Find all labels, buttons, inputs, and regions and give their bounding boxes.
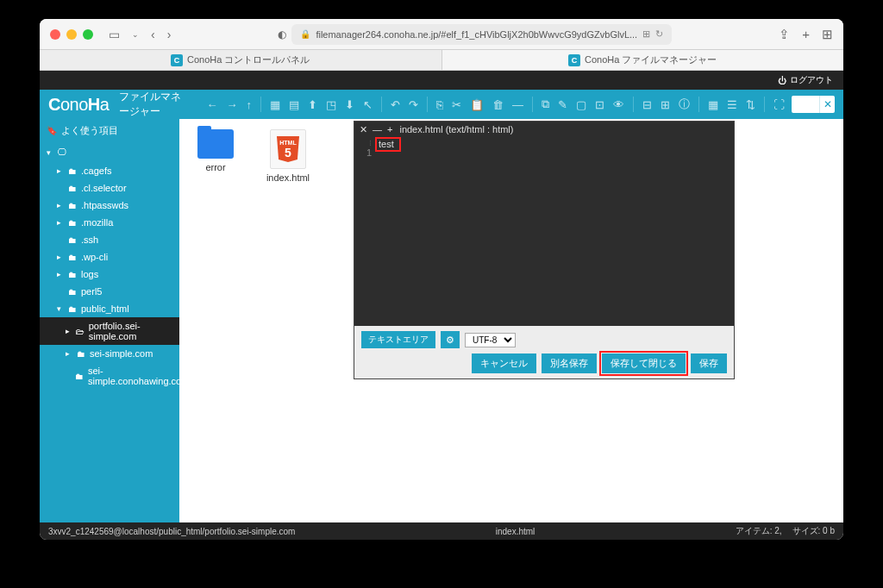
tb-delete-icon[interactable]: 🗑 bbox=[492, 98, 504, 111]
tb-view-icons-icon[interactable]: ▦ bbox=[708, 98, 718, 111]
editor-title: index.html (text/html : html) bbox=[399, 124, 513, 134]
tb-up-icon[interactable]: ↑ bbox=[247, 98, 253, 111]
topstrip: ⏻ ログアウト bbox=[40, 71, 843, 90]
sidebar-item-mozilla[interactable]: ▸🖿.mozilla bbox=[40, 214, 179, 231]
tab-control-panel[interactable]: C ConoHa コントロールパネル bbox=[40, 50, 442, 70]
tabs-overview-icon[interactable]: ⊞ bbox=[822, 27, 833, 42]
editor-close-icon[interactable]: ✕ bbox=[360, 124, 367, 135]
folder-icon: 🖿 bbox=[68, 304, 77, 314]
tb-view-list-icon[interactable]: ☰ bbox=[727, 98, 737, 111]
editor-titlebar[interactable]: ✕ — + index.html (text/html : html) bbox=[354, 122, 734, 137]
sidebar-item-htpasswds[interactable]: ▸🖿.htpasswds bbox=[40, 197, 179, 214]
sidebar-item-clselector[interactable]: 🖿.cl.selector bbox=[40, 179, 179, 197]
bookmark-icon: 🔖 bbox=[47, 126, 57, 135]
tb-fullscreen-icon[interactable]: ⛶ bbox=[773, 98, 785, 111]
gear-icon[interactable]: ⚙ bbox=[441, 331, 460, 348]
power-icon: ⏻ bbox=[778, 76, 786, 85]
sidebar-item-wpcli[interactable]: ▸🖿.wp-cli bbox=[40, 248, 179, 266]
tb-resize-icon[interactable]: ⊡ bbox=[595, 98, 604, 111]
folder-open-icon: 🗁 bbox=[76, 327, 85, 336]
sidebar-toggle-icon[interactable]: ▭ bbox=[109, 28, 120, 41]
cancel-button[interactable]: キャンセル bbox=[472, 353, 536, 373]
tb-undo-icon[interactable]: ↶ bbox=[391, 98, 400, 111]
tb-extract-icon[interactable]: ⊟ bbox=[642, 98, 652, 111]
drive-icon: 🖵 bbox=[58, 147, 66, 157]
tb-trash-icon[interactable]: — bbox=[512, 98, 523, 111]
tb-redo-icon[interactable]: ↷ bbox=[409, 98, 418, 111]
sidebar-item-perl5[interactable]: 🖿perl5 bbox=[40, 283, 179, 300]
tb-rename-icon[interactable]: ✎ bbox=[558, 98, 567, 111]
logout-link[interactable]: ログアウト bbox=[790, 74, 833, 86]
sidebar: 🔖 よく使う項目 ▾ 🖵 ▸🖿.cagefs 🖿.cl.selector ▸🖿.… bbox=[40, 119, 179, 522]
tb-open-icon[interactable]: ◳ bbox=[326, 98, 336, 111]
tb-archive-icon[interactable]: ⊞ bbox=[661, 98, 670, 111]
sidebar-item-logs[interactable]: ▸🖿logs bbox=[40, 266, 179, 283]
tb-new-file-icon[interactable]: ▤ bbox=[289, 98, 299, 111]
shield-icon[interactable]: ◐ bbox=[278, 28, 286, 41]
tb-select-icon[interactable]: ↖ bbox=[363, 98, 373, 111]
close-window-button[interactable] bbox=[50, 29, 60, 40]
file-item-html[interactable]: HTML5 index.html bbox=[262, 129, 314, 183]
search-input[interactable] bbox=[792, 96, 819, 113]
urlbar[interactable]: 🔒 filemanager264.conoha.ne.jp/#elf_f1_cH… bbox=[291, 24, 672, 45]
new-tab-icon[interactable]: + bbox=[802, 27, 810, 41]
save-button[interactable]: 保存 bbox=[691, 353, 727, 373]
separator bbox=[381, 97, 382, 112]
tb-edit-icon[interactable]: ▢ bbox=[576, 98, 586, 111]
sidebar-item-portfolio[interactable]: ▸🗁portfolio.sei-simple.com bbox=[40, 317, 179, 345]
sidebar-item-conohawing[interactable]: 🖿sei-simple.conohawing.com bbox=[40, 362, 179, 390]
tb-copy-icon[interactable]: ⎘ bbox=[436, 98, 443, 111]
encoding-select[interactable]: UTF-8 bbox=[465, 333, 516, 347]
folder-icon: 🖿 bbox=[68, 184, 77, 193]
editor-textarea[interactable]: test bbox=[375, 137, 734, 326]
sidebar-item-ssh[interactable]: 🖿.ssh bbox=[40, 231, 179, 248]
chevron-down-icon[interactable]: ⌄ bbox=[132, 30, 139, 39]
tb-upload-icon[interactable]: ⬆ bbox=[308, 98, 317, 111]
editor-window: ✕ — + index.html (text/html : html) ⁞ 1 … bbox=[354, 121, 735, 379]
tb-back-icon[interactable]: ← bbox=[207, 98, 218, 111]
url-center: ◐ 🔒 filemanager264.conoha.ne.jp/#elf_f1_… bbox=[178, 24, 772, 45]
sidebar-root[interactable]: ▾ 🖵 bbox=[40, 142, 179, 162]
nav-forward-icon[interactable]: › bbox=[167, 28, 172, 41]
caret-right-icon: ▸ bbox=[57, 201, 64, 210]
folder-icon: 🖿 bbox=[77, 349, 85, 359]
sidebar-item-publichtml[interactable]: ▾🖿public_html bbox=[40, 300, 179, 317]
tb-forward-icon[interactable]: → bbox=[227, 98, 238, 111]
minimize-window-button[interactable] bbox=[66, 29, 77, 40]
tb-duplicate-icon[interactable]: ⧉ bbox=[542, 97, 549, 111]
file-item-folder[interactable]: error bbox=[190, 129, 241, 172]
logo-subtitle: ファイルマネージャー bbox=[119, 90, 184, 119]
tb-new-folder-icon[interactable]: ▦ bbox=[270, 98, 280, 111]
searchbox: ✕ bbox=[792, 96, 835, 113]
html5-icon: HTML5 bbox=[270, 129, 306, 169]
folder-icon: 🖿 bbox=[68, 253, 77, 262]
textarea-label[interactable]: テキストエリア bbox=[361, 331, 435, 348]
tb-sort-icon[interactable]: ⇅ bbox=[746, 98, 755, 111]
editor-minimize-icon[interactable]: — bbox=[373, 124, 382, 135]
nav-back-icon[interactable]: ‹ bbox=[151, 28, 155, 41]
tb-info-icon[interactable]: ⓘ bbox=[679, 97, 690, 112]
tb-preview-icon[interactable]: 👁 bbox=[613, 98, 624, 111]
tb-download-icon[interactable]: ⬇ bbox=[345, 98, 354, 111]
save-close-button[interactable]: 保存して閉じる bbox=[602, 353, 686, 373]
tb-cut-icon[interactable]: ✂ bbox=[452, 98, 461, 111]
sidebar-favorites[interactable]: 🔖 よく使う項目 bbox=[40, 119, 179, 142]
save-as-button[interactable]: 別名保存 bbox=[542, 353, 597, 373]
maximize-window-button[interactable] bbox=[83, 29, 93, 40]
files-area[interactable]: error HTML5 index.html ✕ — + bbox=[179, 119, 843, 522]
toolbar-nav-group: ▭ ⌄ ‹ › bbox=[109, 28, 171, 41]
separator bbox=[633, 97, 634, 112]
caret-down-icon: ▾ bbox=[47, 148, 53, 157]
traffic-lights bbox=[50, 29, 93, 40]
search-clear-icon[interactable]: ✕ bbox=[819, 96, 835, 113]
tab-file-manager[interactable]: C ConoHa ファイルマネージャー bbox=[442, 50, 844, 70]
statusbar: 3xvv2_c1242569@localhost/public_html/por… bbox=[40, 522, 843, 540]
tb-paste-icon[interactable]: 📋 bbox=[470, 98, 484, 111]
share-icon[interactable]: ⇪ bbox=[779, 27, 790, 42]
reload-icon[interactable]: ↻ bbox=[655, 28, 663, 40]
sidebar-item-cagefs[interactable]: ▸🖿.cagefs bbox=[40, 162, 179, 179]
reader-icon[interactable]: ⊞ bbox=[642, 28, 650, 40]
sidebar-item-seisimple[interactable]: ▸🖿sei-simple.com bbox=[40, 345, 179, 362]
editor-maximize-icon[interactable]: + bbox=[387, 124, 392, 135]
url-text: filemanager264.conoha.ne.jp/#elf_f1_cHVi… bbox=[316, 29, 637, 40]
